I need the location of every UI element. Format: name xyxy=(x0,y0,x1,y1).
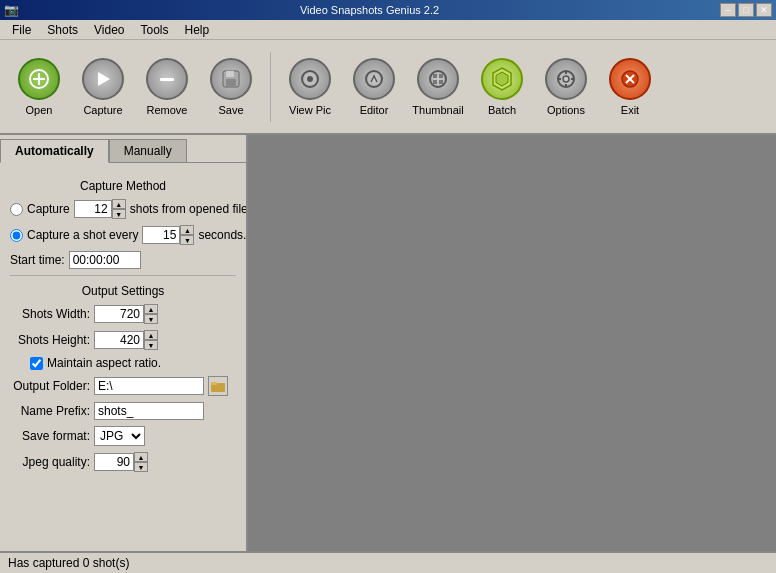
divider-1 xyxy=(10,275,236,276)
remove-icon xyxy=(146,58,188,100)
options-icon xyxy=(545,58,587,100)
maintain-aspect-row: Maintain aspect ratio. xyxy=(10,356,236,370)
maintain-aspect-checkbox[interactable] xyxy=(30,357,43,370)
name-prefix-input[interactable] xyxy=(94,402,204,420)
jpeg-quality-input[interactable] xyxy=(94,453,134,471)
preview-panel xyxy=(248,135,776,551)
main-area: Automatically Manually Capture Method Ca… xyxy=(0,135,776,551)
capture-shots-row: Capture ▲ ▼ shots from opened file. xyxy=(10,199,236,219)
shots-height-up[interactable]: ▲ xyxy=(144,330,158,340)
shots-height-label: Shots Height: xyxy=(10,333,90,347)
shots-width-up[interactable]: ▲ xyxy=(144,304,158,314)
shots-height-row: Shots Height: ▲ ▼ xyxy=(10,330,236,350)
start-time-label: Start time: xyxy=(10,253,65,267)
exit-button[interactable]: Exit xyxy=(601,54,659,120)
editor-button[interactable]: Editor xyxy=(345,54,403,120)
capture-shots-radio[interactable] xyxy=(10,203,23,216)
save-icon xyxy=(210,58,252,100)
capture-shots-input[interactable] xyxy=(74,200,112,218)
capture-shots-suffix: shots from opened file. xyxy=(130,202,248,216)
capture-interval-input[interactable] xyxy=(142,226,180,244)
browse-folder-button[interactable] xyxy=(208,376,228,396)
status-text: Has captured 0 shot(s) xyxy=(8,556,129,570)
toolbar-separator-1 xyxy=(270,52,271,122)
viewpic-icon xyxy=(289,58,331,100)
save-label: Save xyxy=(218,104,243,116)
save-format-select[interactable]: JPG PNG BMP xyxy=(94,426,145,446)
svg-rect-12 xyxy=(433,74,437,78)
svg-rect-7 xyxy=(226,79,236,86)
exit-icon xyxy=(609,58,651,100)
jpeg-quality-row: Jpeg quality: ▲ ▼ xyxy=(10,452,236,472)
close-button[interactable]: ✕ xyxy=(756,3,772,17)
capture-button[interactable]: Capture xyxy=(74,54,132,120)
batch-button[interactable]: Batch xyxy=(473,54,531,120)
tab-automatically[interactable]: Automatically xyxy=(0,139,109,163)
output-folder-label: Output Folder: xyxy=(10,379,90,393)
title-bar-title: Video Snapshots Genius 2.2 xyxy=(19,4,720,16)
shots-width-down[interactable]: ▼ xyxy=(144,314,158,324)
capture-interval-radio[interactable] xyxy=(10,229,23,242)
menu-bar: File Shots Video Tools Help xyxy=(0,20,776,40)
title-bar: 📷 Video Snapshots Genius 2.2 – □ ✕ xyxy=(0,0,776,20)
remove-button[interactable]: Remove xyxy=(138,54,196,120)
svg-rect-13 xyxy=(439,74,443,78)
menu-video[interactable]: Video xyxy=(86,21,132,39)
editor-label: Editor xyxy=(360,104,389,116)
shots-width-spinner-btns: ▲ ▼ xyxy=(144,304,158,324)
output-settings-title: Output Settings xyxy=(10,284,236,298)
svg-rect-4 xyxy=(160,78,174,81)
capture-shots-label: Capture xyxy=(27,202,70,216)
shots-height-spinner-btns: ▲ ▼ xyxy=(144,330,158,350)
shots-height-spinner: ▲ ▼ xyxy=(94,330,158,350)
svg-rect-14 xyxy=(433,80,437,84)
viewpic-button[interactable]: View Pic xyxy=(281,54,339,120)
capture-interval-up[interactable]: ▲ xyxy=(180,225,194,235)
jpeg-quality-up[interactable]: ▲ xyxy=(134,452,148,462)
options-button[interactable]: Options xyxy=(537,54,595,120)
save-button[interactable]: Save xyxy=(202,54,260,120)
svg-point-11 xyxy=(430,71,446,87)
menu-tools[interactable]: Tools xyxy=(133,21,177,39)
save-format-label: Save format: xyxy=(10,429,90,443)
jpeg-quality-down[interactable]: ▼ xyxy=(134,462,148,472)
capture-interval-row: Capture a shot every ▲ ▼ seconds. xyxy=(10,225,236,245)
capture-shots-up[interactable]: ▲ xyxy=(112,199,126,209)
form-content: Capture Method Capture ▲ ▼ shots from op… xyxy=(0,163,246,486)
minimize-button[interactable]: – xyxy=(720,3,736,17)
menu-help[interactable]: Help xyxy=(177,21,218,39)
shots-height-input[interactable] xyxy=(94,331,144,349)
menu-file[interactable]: File xyxy=(4,21,39,39)
jpeg-quality-spinner: ▲ ▼ xyxy=(94,452,148,472)
title-bar-icon: 📷 xyxy=(4,3,19,17)
capture-shots-down[interactable]: ▼ xyxy=(112,209,126,219)
maintain-aspect-label: Maintain aspect ratio. xyxy=(47,356,161,370)
maximize-button[interactable]: □ xyxy=(738,3,754,17)
svg-rect-6 xyxy=(226,71,234,77)
open-icon xyxy=(18,58,60,100)
menu-shots[interactable]: Shots xyxy=(39,21,86,39)
capture-label: Capture xyxy=(83,104,122,116)
capture-method-title: Capture Method xyxy=(10,179,236,193)
thumbnail-button[interactable]: Thumbnail xyxy=(409,54,467,120)
start-time-input[interactable] xyxy=(69,251,141,269)
svg-point-10 xyxy=(366,71,382,87)
svg-point-9 xyxy=(307,76,313,82)
batch-label: Batch xyxy=(488,104,516,116)
shots-height-down[interactable]: ▼ xyxy=(144,340,158,350)
output-folder-input[interactable] xyxy=(94,377,204,395)
open-button[interactable]: Open xyxy=(10,54,68,120)
svg-rect-28 xyxy=(211,382,217,385)
tab-manually[interactable]: Manually xyxy=(109,139,187,162)
name-prefix-label: Name Prefix: xyxy=(10,404,90,418)
thumbnail-icon xyxy=(417,58,459,100)
capture-icon xyxy=(82,58,124,100)
editor-icon xyxy=(353,58,395,100)
name-prefix-row: Name Prefix: xyxy=(10,402,236,420)
jpeg-quality-label: Jpeg quality: xyxy=(10,455,90,469)
svg-marker-3 xyxy=(98,72,110,86)
capture-interval-spinner-btns: ▲ ▼ xyxy=(180,225,194,245)
capture-interval-down[interactable]: ▼ xyxy=(180,235,194,245)
jpeg-quality-spinner-btns: ▲ ▼ xyxy=(134,452,148,472)
shots-width-input[interactable] xyxy=(94,305,144,323)
